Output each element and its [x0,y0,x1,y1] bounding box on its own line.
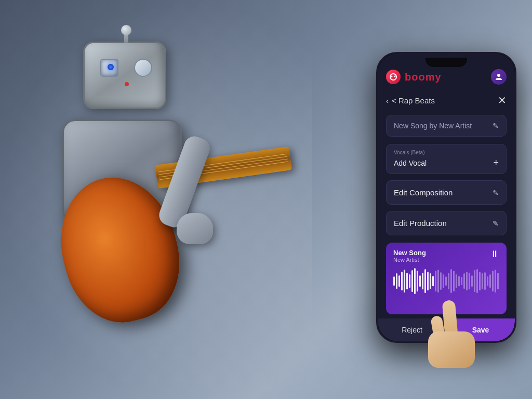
robot-eye-center [108,64,114,70]
app-logo: boomy [386,70,442,84]
svg-point-3 [497,74,500,77]
waveform-bar [476,269,478,294]
robot-antenna-ball [121,25,131,35]
waveform-bar [437,270,439,292]
waveform-bar [479,272,481,290]
phone-notch [425,58,467,67]
add-vocal-text: Add Vocal [394,159,427,167]
waveform-bar [398,275,400,287]
robot-illustration [0,0,312,399]
waveform-bar [427,272,429,290]
waveform-bar [419,275,421,287]
waveform-container [393,268,499,294]
waveform-bar [484,272,486,289]
hand-pointer [418,300,480,368]
waveform-bar [458,276,460,287]
waveform-bar [482,273,483,288]
waveform-bar [456,274,457,288]
waveform-bar [406,273,408,289]
back-button[interactable]: ‹ < Rap Beats [386,96,435,105]
robot-head [83,42,166,109]
boomy-logo-icon [386,70,401,84]
waveform-bar [492,271,494,291]
svg-point-0 [390,74,396,80]
waveform-bar [414,268,416,294]
waveform-bar [440,272,442,289]
waveform-bar [435,271,436,291]
palm [428,331,475,368]
pause-button[interactable]: ⏸ [490,249,499,260]
vocals-label: Vocals (Beta) [394,150,499,155]
waveform-bar [495,270,496,292]
robot-eye-right [134,59,152,77]
back-label: < Rap Beats [392,96,435,105]
waveform-bar [401,272,403,290]
add-vocal-icon[interactable]: + [493,157,499,168]
phone-screen: boomy ‹ < Rap Beats ✕ New Song by New [378,54,515,341]
song-edit-icon[interactable]: ✎ [493,122,499,130]
robot [21,31,291,369]
robot-eye-left [100,59,118,77]
song-title-row[interactable]: New Song by New Artist ✎ [386,115,507,137]
waveform-bar [422,273,423,289]
player-text: New Song New Artist [393,249,426,263]
phone-device: boomy ‹ < Rap Beats ✕ New Song by New [376,52,516,343]
waveform-bar [469,273,470,289]
waveform-bar [474,270,475,292]
waveform-bar [404,270,405,292]
waveform-bar [463,273,465,288]
production-edit-icon[interactable]: ✎ [493,219,499,228]
svg-point-2 [394,76,396,77]
composition-edit-icon[interactable]: ✎ [493,189,499,197]
svg-point-1 [391,76,393,77]
user-avatar[interactable] [491,69,507,85]
edit-composition-row[interactable]: Edit Composition ✎ [386,180,507,205]
by-label: by [429,122,439,130]
vocals-add-row: Add Vocal + [394,157,499,168]
waveform-bar [409,274,410,288]
waveform-bar [497,273,499,289]
waveform-bar [393,276,395,286]
waveform-bar [471,275,473,287]
song-title-text: New Song by New Artist [394,122,472,130]
waveform-bar [424,269,426,294]
nav-bar: ‹ < Rap Beats ✕ [378,90,515,111]
edit-production-row[interactable]: Edit Production ✎ [386,211,507,235]
robot-hand [177,213,213,244]
waveform-bar [450,269,452,293]
waveform-bar [432,276,434,287]
edit-production-label: Edit Production [394,219,447,228]
close-button[interactable]: ✕ [498,94,507,107]
waveform-bar [396,273,397,288]
robot-nose [125,82,129,86]
player-info: New Song New Artist ⏸ [393,249,499,263]
waveform-bar [489,274,491,288]
waveform-bar [443,274,444,288]
waveform-bar [466,272,468,290]
vocals-row[interactable]: Vocals (Beta) Add Vocal + [386,144,507,174]
waveform-bar [445,276,447,286]
player-artist: New Artist [393,257,426,263]
waveform-bar [453,271,455,291]
artist-name: New Artist [439,122,472,130]
waveform-bar [461,277,462,285]
waveform-bar [448,273,449,289]
waveform-bar [430,273,431,288]
song-name: New Song [394,122,428,130]
player-song-name: New Song [393,249,426,257]
edit-composition-label: Edit Composition [394,188,453,197]
waveform-bar [411,270,413,292]
waveform-bar [417,271,418,291]
logo-text: boomy [405,71,442,83]
waveform-bar [487,276,488,286]
back-chevron-icon: ‹ [386,96,389,105]
